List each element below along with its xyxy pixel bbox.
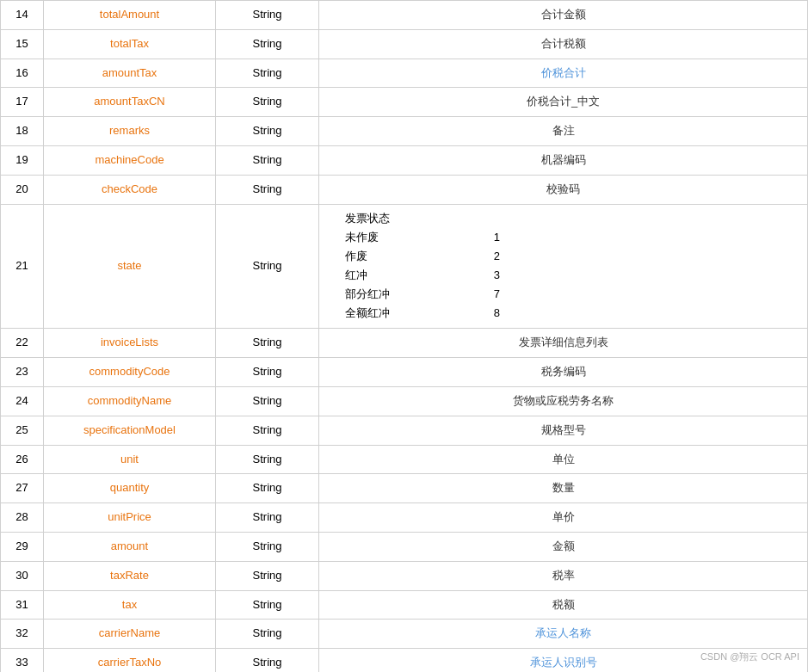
table-row: 28unitPriceString单价 [1, 503, 808, 533]
field-description: 发票状态未作废1作废2红冲3部分红冲7全额红冲8 [319, 204, 808, 329]
row-index: 16 [1, 59, 44, 88]
field-type: String [216, 386, 319, 416]
field-description: 货物或应税劳务名称 [319, 386, 808, 416]
field-name: invoiceLists [44, 329, 216, 358]
field-name: amountTax [44, 59, 216, 88]
field-name: amount [44, 532, 216, 561]
field-type: String [216, 445, 319, 474]
row-index: 24 [1, 386, 44, 416]
field-description: 承运人名称 [319, 620, 808, 649]
field-description: 机器编码 [319, 145, 808, 175]
field-type: String [216, 590, 319, 620]
row-index: 23 [1, 358, 44, 387]
field-name: amountTaxCN [44, 88, 216, 117]
field-name: totalAmount [44, 1, 216, 30]
field-name: totalTax [44, 29, 216, 59]
table-row: 26unitString单位 [1, 445, 808, 474]
table-row: 29amountString金额 [1, 532, 808, 561]
table-row: 31taxString税额 [1, 590, 808, 620]
field-description: 价税合计 [319, 59, 808, 88]
table-row: 24commodityNameString货物或应税劳务名称 [1, 386, 808, 416]
field-type: String [216, 503, 319, 533]
field-name: commodityCode [44, 358, 216, 387]
table-row: 27quantityString数量 [1, 474, 808, 503]
field-description: 校验码 [319, 175, 808, 204]
field-type: String [216, 358, 319, 387]
field-type: String [216, 117, 319, 146]
field-description: 价税合计_中文 [319, 88, 808, 117]
table-row: 20checkCodeString校验码 [1, 175, 808, 204]
field-description: 税务编码 [319, 358, 808, 387]
field-description: 税率 [319, 561, 808, 590]
field-description: 单位 [319, 445, 808, 474]
table-row: 14totalAmountString合计金额 [1, 1, 808, 30]
field-description: 规格型号 [319, 416, 808, 445]
field-type: String [216, 416, 319, 445]
row-index: 31 [1, 590, 44, 620]
table-row: 18remarksString备注 [1, 117, 808, 146]
row-index: 32 [1, 620, 44, 649]
row-index: 25 [1, 416, 44, 445]
field-name: quantity [44, 474, 216, 503]
field-name: specificationModel [44, 416, 216, 445]
row-index: 17 [1, 88, 44, 117]
field-description: 备注 [319, 117, 808, 146]
field-type: String [216, 59, 319, 88]
field-type: String [216, 649, 319, 672]
field-name: state [44, 204, 216, 329]
field-name: machineCode [44, 145, 216, 175]
table-row: 16amountTaxString价税合计 [1, 59, 808, 88]
field-description: 税额 [319, 590, 808, 620]
field-type: String [216, 1, 319, 30]
row-index: 18 [1, 117, 44, 146]
table-row: 19machineCodeString机器编码 [1, 145, 808, 175]
field-name: commodityName [44, 386, 216, 416]
field-name: tax [44, 590, 216, 620]
row-index: 29 [1, 532, 44, 561]
row-index: 26 [1, 445, 44, 474]
field-description: 金额 [319, 532, 808, 561]
row-index: 30 [1, 561, 44, 590]
field-name: taxRate [44, 561, 216, 590]
field-type: String [216, 329, 319, 358]
field-description: 发票详细信息列表 [319, 329, 808, 358]
field-description: 数量 [319, 474, 808, 503]
field-type: String [216, 204, 319, 329]
watermark-text: CSDN @翔云 OCR API [700, 650, 799, 663]
table-row: 23commodityCodeString税务编码 [1, 358, 808, 387]
row-index: 15 [1, 29, 44, 59]
row-index: 20 [1, 175, 44, 204]
row-index: 27 [1, 474, 44, 503]
table-row: 33carrierTaxNoString承运人识别号 [1, 649, 808, 672]
field-name: unitPrice [44, 503, 216, 533]
field-type: String [216, 29, 319, 59]
field-type: String [216, 561, 319, 590]
field-type: String [216, 88, 319, 117]
table-row: 30taxRateString税率 [1, 561, 808, 590]
field-description: 合计税额 [319, 29, 808, 59]
field-type: String [216, 532, 319, 561]
table-row: 21stateString发票状态未作废1作废2红冲3部分红冲7全额红冲8 [1, 204, 808, 329]
field-description: 单价 [319, 503, 808, 533]
field-name: carrierTaxNo [44, 649, 216, 672]
row-index: 28 [1, 503, 44, 533]
row-index: 14 [1, 1, 44, 30]
row-index: 19 [1, 145, 44, 175]
field-type: String [216, 620, 319, 649]
table-row: 15totalTaxString合计税额 [1, 29, 808, 59]
field-type: String [216, 474, 319, 503]
table-row: 32carrierNameString承运人名称 [1, 620, 808, 649]
row-index: 33 [1, 649, 44, 672]
field-type: String [216, 175, 319, 204]
field-description: 合计金额 [319, 1, 808, 30]
field-name: remarks [44, 117, 216, 146]
field-name: checkCode [44, 175, 216, 204]
table-row: 25specificationModelString规格型号 [1, 416, 808, 445]
field-type: String [216, 145, 319, 175]
row-index: 21 [1, 204, 44, 329]
field-name: unit [44, 445, 216, 474]
table-row: 17amountTaxCNString价税合计_中文 [1, 88, 808, 117]
row-index: 22 [1, 329, 44, 358]
field-name: carrierName [44, 620, 216, 649]
table-row: 22invoiceListsString发票详细信息列表 [1, 329, 808, 358]
